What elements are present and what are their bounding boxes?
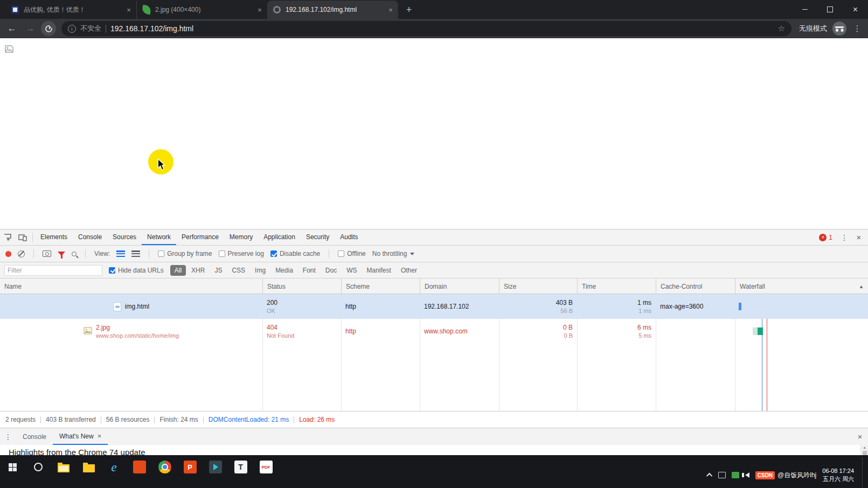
image-viewer-button[interactable]: [127, 458, 152, 476]
ie-browser-button[interactable]: e: [101, 458, 127, 476]
reload-button[interactable]: [41, 21, 56, 36]
tab-sources[interactable]: Sources: [107, 229, 142, 245]
show-desktop-button[interactable]: [862, 457, 865, 488]
forward-button[interactable]: [23, 21, 38, 36]
url-text[interactable]: 192.168.17.102/img.html: [110, 24, 193, 33]
devtools-menu-icon[interactable]: [838, 233, 851, 242]
device-toolbar-icon[interactable]: [15, 229, 30, 245]
filter-pill-xhr[interactable]: XHR: [187, 265, 209, 276]
filter-pill-js[interactable]: JS: [210, 265, 226, 276]
site-info-icon[interactable]: [68, 25, 76, 33]
browser-tab-img-html[interactable]: 192.168.17.102/img.html: [267, 1, 398, 19]
tab-console[interactable]: Console: [73, 229, 107, 245]
column-header-cache-control[interactable]: Cache-Control: [656, 278, 735, 294]
text-editor-button[interactable]: T: [228, 458, 253, 476]
tab-performance[interactable]: Performance: [176, 229, 224, 245]
filter-funnel-icon[interactable]: [58, 252, 65, 256]
back-button[interactable]: [4, 21, 19, 36]
filter-pill-ws[interactable]: WS: [342, 265, 361, 276]
clear-icon[interactable]: [18, 250, 25, 257]
column-header-domain[interactable]: Domain: [420, 278, 499, 294]
size-content: 0 B: [564, 332, 573, 339]
request-row-img-html[interactable]: img.html 200 OK http 192.168.17.102 403 …: [0, 294, 868, 319]
photos-app-button[interactable]: [76, 458, 101, 476]
drawer-menu-icon[interactable]: [0, 433, 16, 441]
tray-expand-icon[interactable]: [706, 473, 712, 479]
column-header-waterfall[interactable]: Waterfall: [735, 278, 868, 294]
column-header-status[interactable]: Status: [262, 278, 341, 294]
search-icon[interactable]: [72, 252, 77, 256]
preserve-log-checkbox[interactable]: Preserve log: [219, 250, 264, 257]
volume-icon[interactable]: [745, 472, 749, 478]
inspect-element-icon[interactable]: [0, 229, 15, 245]
large-rows-view-icon[interactable]: [116, 250, 125, 257]
taskbar-clock[interactable]: 06-08 17:24 五月六 周六: [822, 467, 854, 483]
disable-cache-checkbox[interactable]: Disable cache: [270, 250, 320, 257]
maximize-button[interactable]: [817, 0, 843, 19]
browser-tab-image[interactable]: 2.jpg (400×400): [136, 1, 267, 19]
pdf-reader-button[interactable]: PDF: [253, 458, 279, 476]
error-icon: [819, 234, 827, 241]
network-filter-input[interactable]: [4, 265, 102, 276]
scrollbar-thumb[interactable]: [863, 451, 867, 455]
tab-audits[interactable]: Audits: [335, 229, 363, 245]
drawer-close-icon[interactable]: [852, 432, 868, 441]
filter-pill-media[interactable]: Media: [271, 265, 297, 276]
search-button[interactable]: [25, 458, 51, 476]
drawer-tab-console[interactable]: Console: [16, 428, 53, 445]
filter-pill-all[interactable]: All: [170, 265, 186, 276]
divider: [32, 233, 33, 242]
image-viewer-icon: [133, 461, 146, 473]
filter-pill-other[interactable]: Other: [397, 265, 421, 276]
browser-menu-icon[interactable]: [851, 21, 864, 36]
file-explorer-button[interactable]: [51, 458, 76, 476]
office-app-button[interactable]: P: [177, 458, 203, 476]
globe-favicon: [273, 6, 281, 13]
filter-pill-css[interactable]: CSS: [227, 265, 249, 276]
tab-security[interactable]: Security: [301, 229, 335, 245]
drawer-tab-whats-new[interactable]: What's New: [53, 428, 108, 445]
devtools-close-icon[interactable]: [852, 233, 866, 242]
bookmark-star-icon[interactable]: [778, 24, 785, 33]
new-tab-button[interactable]: [401, 2, 416, 17]
tab-elements[interactable]: Elements: [35, 229, 73, 245]
tab-memory[interactable]: Memory: [224, 229, 258, 245]
filter-pill-doc[interactable]: Doc: [321, 265, 341, 276]
group-by-frame-checkbox[interactable]: Group by frame: [158, 250, 212, 257]
column-header-size[interactable]: Size: [499, 278, 577, 294]
minimize-button[interactable]: [792, 0, 817, 19]
close-window-button[interactable]: [843, 0, 868, 19]
start-button[interactable]: [0, 458, 25, 476]
tab-close-icon[interactable]: [255, 5, 264, 14]
hide-data-urls-checkbox[interactable]: Hide data URLs: [109, 267, 164, 274]
filter-pill-manifest[interactable]: Manifest: [363, 265, 395, 276]
tab-application[interactable]: Application: [258, 229, 301, 245]
network-filter-bar: Hide data URLs All XHR JS CSS Img Media …: [0, 262, 868, 278]
cell-time: 6 ms 5 ms: [577, 319, 656, 344]
browser-tab-pinyougou[interactable]: 品优购, 优质！优质！: [5, 1, 136, 19]
close-icon[interactable]: [98, 428, 102, 444]
column-header-name[interactable]: Name: [0, 278, 262, 294]
screenshot-capture-icon[interactable]: [43, 250, 51, 257]
media-player-button[interactable]: [203, 458, 228, 476]
time-total: 1 ms: [637, 299, 651, 306]
tab-close-icon[interactable]: [124, 5, 133, 14]
filter-pill-img[interactable]: Img: [251, 265, 270, 276]
chrome-browser-button[interactable]: [152, 458, 177, 476]
filter-pill-font[interactable]: Font: [298, 265, 320, 276]
app-tray-icon[interactable]: [732, 472, 739, 478]
offline-checkbox[interactable]: Offline: [338, 250, 365, 257]
address-bar[interactable]: 不安全 192.168.17.102/img.html: [61, 21, 791, 36]
scrollbar[interactable]: [860, 445, 868, 456]
column-header-time[interactable]: Time: [577, 278, 656, 294]
error-badge[interactable]: 1: [819, 234, 832, 241]
tab-close-icon[interactable]: [386, 5, 395, 14]
record-button[interactable]: [5, 251, 11, 257]
overview-view-icon[interactable]: [131, 250, 140, 257]
throttling-dropdown[interactable]: No throttling: [372, 250, 415, 257]
tab-network[interactable]: Network: [142, 229, 176, 245]
incognito-avatar-icon[interactable]: [832, 22, 846, 36]
request-row-2jpg[interactable]: 2.jpg www.shop.com/static/home/img 404 N…: [0, 319, 868, 344]
display-tray-icon[interactable]: [718, 472, 726, 478]
column-header-scheme[interactable]: Scheme: [341, 278, 420, 294]
